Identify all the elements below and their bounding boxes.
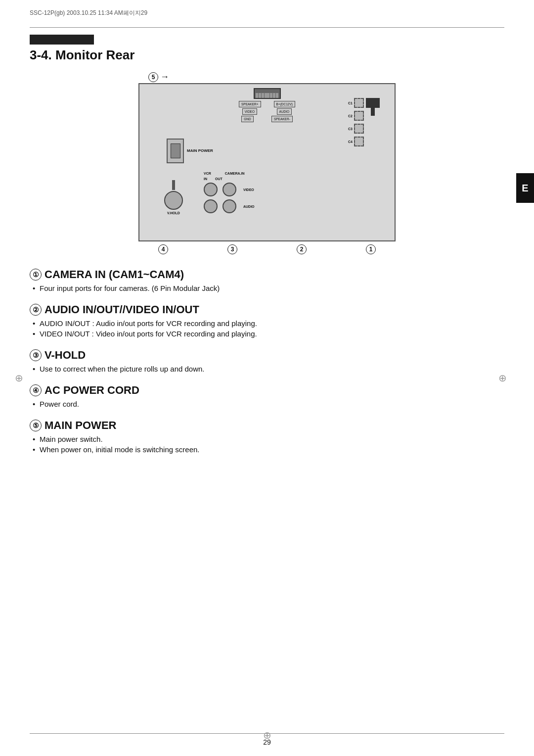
port-gnd: GND	[241, 116, 253, 122]
cam-c4: C4	[348, 137, 364, 146]
section-main-power: ⑤ MAIN POWER Main power switch. When pow…	[30, 419, 504, 454]
c4-port	[354, 137, 364, 146]
port-audio: AUDIO	[277, 108, 292, 115]
connector-block: SPEAKER+ B+(DC12V) VIDEO AUDIO GND SPEAK…	[232, 88, 302, 122]
section-3-circle: ③	[30, 349, 42, 361]
label-1: 1	[366, 244, 376, 254]
section-2-bullet-1: AUDIO IN/OUT : Audio in/out ports for VC…	[40, 319, 504, 328]
vhold-stem	[172, 180, 175, 190]
power-switch-inner	[171, 143, 180, 158]
section-5-bullet-2: When power on, initial mode is switching…	[40, 445, 504, 454]
top-rule	[30, 27, 504, 28]
arrow-right-5: →	[160, 72, 169, 82]
section-2-bullet-2: VIDEO IN/OUT : Video in/out ports for VC…	[40, 330, 504, 338]
section-camera-in-header: ① CAMERA IN (CAM1~CAM4)	[30, 268, 504, 281]
c1-port	[354, 98, 364, 108]
e-tab: E	[516, 173, 534, 203]
section-2-circle: ②	[30, 304, 42, 316]
diagram-container: 5 →	[30, 72, 504, 254]
section-4-title: AC POWER CORD	[44, 384, 139, 397]
diagram-bottom-labels: 4 3 2 1	[138, 244, 396, 254]
crosshair-mid-right: ⊕	[498, 372, 507, 384]
section-5-bullet-1: Main power switch.	[40, 435, 504, 443]
section-2-bullets: AUDIO IN/OUT : Audio in/out ports for VC…	[30, 319, 504, 338]
rj45-connector	[254, 88, 281, 99]
section-1-bullet-1: Four input ports for four cameras. (6 Pi…	[40, 284, 504, 292]
video-knob-label: VIDEO	[243, 188, 254, 191]
cam-c1: C1	[348, 98, 364, 108]
in-out-labels: IN OUT	[204, 177, 255, 181]
audio-knob-row: AUDIO	[204, 199, 255, 213]
section-4-circle: ④	[30, 384, 42, 396]
section-1-bullets: Four input ports for four cameras. (6 Pi…	[30, 284, 504, 292]
section-3-title: V-HOLD	[44, 349, 86, 362]
vhold-knob	[164, 191, 183, 210]
crosshair-bottom-center: ⊕	[263, 729, 271, 741]
section-main-power-header: ⑤ MAIN POWER	[30, 419, 504, 432]
section-4-bullet-1: Power cord.	[40, 400, 504, 408]
header-meta: SSC-12P(gb) 2003.10.25 11:34 AM페이지29	[30, 9, 147, 17]
svg-marker-0	[366, 98, 380, 116]
port-row-3: GND SPEAKER-	[232, 116, 302, 122]
vcr-labels: VCR CAMERA.IN	[204, 172, 255, 175]
port-video: VIDEO	[242, 108, 257, 115]
section-1-circle: ①	[30, 269, 42, 281]
vhold-label: V.HOLD	[164, 211, 183, 215]
vcr-camera-area: VCR CAMERA.IN IN OUT VIDEO	[204, 172, 255, 213]
section-1-title: CAMERA IN (CAM1~CAM4)	[44, 268, 184, 281]
section-vhold: ③ V-HOLD Use to correct when the picture…	[30, 349, 504, 373]
label-3: 3	[227, 244, 237, 254]
power-switch	[167, 139, 184, 163]
c2-port	[354, 111, 364, 121]
section-ac-power: ④ AC POWER CORD Power cord.	[30, 384, 504, 408]
section-3-bullet-1: Use to correct when the picture rolls up…	[40, 365, 504, 373]
section-title: 3-4. Monitor Rear	[30, 47, 504, 63]
vcr-in-knob	[204, 183, 218, 196]
crosshair-mid-left: ⊕	[15, 372, 23, 384]
main-power-label: MAIN POWER	[187, 148, 213, 153]
section-audio-video-header: ② AUDIO IN/OUT//VIDEO IN/OUT	[30, 303, 504, 316]
port-bplus: B+(DC12V)	[274, 101, 295, 107]
label-2: 2	[297, 244, 307, 254]
section-5-title: MAIN POWER	[44, 419, 116, 432]
port-row-2: VIDEO AUDIO	[232, 108, 302, 115]
vhold-area: V.HOLD	[164, 180, 183, 215]
vcr-out-knob	[222, 183, 236, 196]
page-content: 3-4. Monitor Rear 5 →	[30, 35, 504, 726]
c2-label: C2	[348, 114, 353, 118]
port-speaker-minus: SPEAKER-	[271, 116, 293, 122]
video-knob-row: VIDEO	[204, 183, 255, 196]
section-5-bullets: Main power switch. When power on, initia…	[30, 435, 504, 454]
diagram-box: SPEAKER+ B+(DC12V) VIDEO AUDIO GND SPEAK…	[138, 83, 396, 241]
port-speaker-plus: SPEAKER+	[239, 101, 261, 107]
cam-c3: C3	[348, 124, 364, 134]
c3-port	[354, 124, 364, 134]
section-audio-video: ② AUDIO IN/OUT//VIDEO IN/OUT AUDIO IN/OU…	[30, 303, 504, 338]
c3-label: C3	[348, 127, 353, 131]
c1-label: C1	[348, 101, 353, 105]
section-5-circle: ⑤	[30, 420, 42, 431]
knob-rows: VIDEO AUDIO	[204, 183, 255, 213]
section-camera-in: ① CAMERA IN (CAM1~CAM4) Four input ports…	[30, 268, 504, 292]
in-label: IN	[204, 177, 207, 181]
audio-out-knob	[222, 199, 236, 213]
section-2-title: AUDIO IN/OUT//VIDEO IN/OUT	[44, 303, 199, 316]
label-5-circle: 5	[148, 72, 158, 82]
label-4: 4	[158, 244, 168, 254]
down-arrow	[366, 98, 380, 117]
section-vhold-header: ③ V-HOLD	[30, 349, 504, 362]
section-heading-bar	[30, 35, 94, 45]
camera-connectors: C1 C2 C3 C4	[348, 98, 364, 146]
audio-knob-label: AUDIO	[243, 205, 255, 208]
main-power-switch-area: MAIN POWER	[167, 139, 213, 163]
diagram-wrapper: SPEAKER+ B+(DC12V) VIDEO AUDIO GND SPEAK…	[138, 83, 396, 254]
c4-label: C4	[348, 140, 353, 143]
camera-in-label: CAMERA.IN	[225, 172, 245, 175]
section-ac-power-header: ④ AC POWER CORD	[30, 384, 504, 397]
cam-c2: C2	[348, 111, 364, 121]
section-3-bullets: Use to correct when the picture rolls up…	[30, 365, 504, 373]
section-4-bullets: Power cord.	[30, 400, 504, 408]
vcr-label: VCR	[204, 172, 211, 175]
audio-in-knob	[204, 199, 218, 213]
port-row-1: SPEAKER+ B+(DC12V)	[232, 101, 302, 107]
